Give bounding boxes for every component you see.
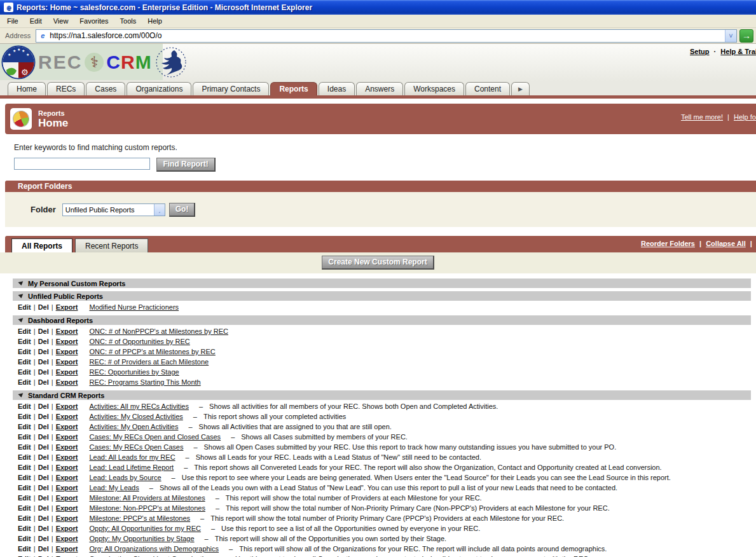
report-name-link[interactable]: Milestone: PPCP's at Milestones <box>89 514 190 522</box>
export-link[interactable]: Export <box>56 464 78 471</box>
export-link[interactable]: Export <box>56 358 78 366</box>
folder-go-button[interactable]: Go! <box>169 203 196 217</box>
tab-reports[interactable]: Reports <box>270 82 317 95</box>
report-name-link[interactable]: Activities: My Closed Activities <box>89 413 182 420</box>
edit-link[interactable]: Edit <box>18 358 31 366</box>
edit-link[interactable]: Edit <box>18 464 31 471</box>
del-link[interactable]: Del <box>38 504 49 512</box>
report-name-link[interactable]: Activities: All my RECs Activities <box>89 402 188 410</box>
menu-help[interactable]: Help <box>142 15 168 27</box>
help-for-page-link[interactable]: Help for this Page <box>734 113 756 121</box>
report-name-link[interactable]: ONC: # of NonPPCP's at Milestones by REC <box>89 327 228 335</box>
edit-link[interactable]: Edit <box>18 402 31 410</box>
edit-link[interactable]: Edit <box>18 494 31 502</box>
del-link[interactable]: Del <box>38 423 49 430</box>
report-name-link[interactable]: Org: All Organizations with Demographics <box>89 545 219 553</box>
del-link[interactable]: Del <box>38 474 49 481</box>
collapse-twisty-icon[interactable] <box>18 281 24 286</box>
collapse-all-link[interactable]: Collapse All <box>706 240 746 247</box>
export-link[interactable]: Export <box>56 525 78 532</box>
menu-edit[interactable]: Edit <box>24 15 48 27</box>
export-link[interactable]: Export <box>56 504 78 512</box>
tab-content[interactable]: Content <box>465 82 510 95</box>
menu-file[interactable]: File <box>1 15 24 27</box>
report-name-link[interactable]: Lead: Leads by Source <box>89 474 161 481</box>
edit-link[interactable]: Edit <box>18 348 31 355</box>
address-input[interactable]: e https://na1.salesforce.com/00O/o ˅ <box>36 29 737 43</box>
tab-recent-reports[interactable]: Recent Reports <box>75 238 148 252</box>
report-name-link[interactable]: Lead: My Leads <box>89 484 139 492</box>
export-link[interactable]: Export <box>56 484 78 492</box>
reorder-folders-link[interactable]: Reorder Folders <box>641 240 695 247</box>
del-link[interactable]: Del <box>38 464 49 471</box>
report-name-link[interactable]: Cases: My RECs Open and Closed Cases <box>89 433 221 441</box>
del-link[interactable]: Del <box>38 378 49 386</box>
report-name-link[interactable]: Activities: My Open Activities <box>89 423 178 430</box>
report-name-link[interactable]: Modified Nurse Practicioners <box>89 303 179 311</box>
edit-link[interactable]: Edit <box>18 443 31 451</box>
export-link[interactable]: Export <box>56 494 78 502</box>
del-link[interactable]: Del <box>38 514 49 522</box>
report-name-link[interactable]: Lead: All Leads for my REC <box>89 453 175 461</box>
report-name-link[interactable]: Oppty: All Opportunities for my REC <box>89 525 200 532</box>
del-link[interactable]: Del <box>38 494 49 502</box>
report-name-link[interactable]: REC: Opportunities by Stage <box>89 368 179 376</box>
report-search-input[interactable] <box>14 158 150 170</box>
tab-answers[interactable]: Answers <box>356 82 403 95</box>
menu-tools[interactable]: Tools <box>114 15 142 27</box>
report-name-link[interactable]: Cases: My RECs Open Cases <box>89 443 183 451</box>
del-link[interactable]: Del <box>38 338 49 345</box>
export-link[interactable]: Export <box>56 413 78 420</box>
del-link[interactable]: Del <box>38 433 49 441</box>
tab-home[interactable]: Home <box>8 82 46 95</box>
del-link[interactable]: Del <box>38 535 49 542</box>
export-link[interactable]: Export <box>56 514 78 522</box>
report-name-link[interactable]: Milestone: Non-PPCP's at Milestones <box>89 504 205 512</box>
del-link[interactable]: Del <box>38 525 49 532</box>
del-link[interactable]: Del <box>38 327 49 335</box>
tab-primary-contacts[interactable]: Primary Contacts <box>193 82 269 95</box>
del-link[interactable]: Del <box>38 413 49 420</box>
edit-link[interactable]: Edit <box>18 545 31 553</box>
del-link[interactable]: Del <box>38 402 49 410</box>
edit-link[interactable]: Edit <box>18 303 31 311</box>
collapse-twisty-icon[interactable] <box>18 318 24 323</box>
create-new-custom-report-button[interactable]: Create New Custom Report <box>322 256 434 270</box>
tab-overflow-arrow-icon[interactable]: ▶ <box>511 82 530 95</box>
del-link[interactable]: Del <box>38 545 49 553</box>
export-link[interactable]: Export <box>56 535 78 542</box>
help-training-link[interactable]: Help & Training <box>720 48 756 55</box>
report-name-link[interactable]: ONC: # of PPCP's at Milestones by REC <box>89 348 215 355</box>
edit-link[interactable]: Edit <box>18 433 31 441</box>
report-name-link[interactable]: Lead: Lead Lifetime Report <box>89 464 174 471</box>
edit-link[interactable]: Edit <box>18 338 31 345</box>
edit-link[interactable]: Edit <box>18 413 31 420</box>
edit-link[interactable]: Edit <box>18 423 31 430</box>
tell-me-more-link[interactable]: Tell me more! <box>681 113 723 121</box>
collapse-twisty-icon[interactable] <box>18 393 24 398</box>
report-name-link[interactable]: REC: # of Providers at Each Milestone <box>89 358 209 366</box>
edit-link[interactable]: Edit <box>18 474 31 481</box>
export-link[interactable]: Export <box>56 443 78 451</box>
edit-link[interactable]: Edit <box>18 504 31 512</box>
export-link[interactable]: Export <box>56 348 78 355</box>
edit-link[interactable]: Edit <box>18 327 31 335</box>
export-link[interactable]: Export <box>56 402 78 410</box>
export-link[interactable]: Export <box>56 368 78 376</box>
export-link[interactable]: Export <box>56 303 78 311</box>
menu-favorites[interactable]: Favorites <box>74 15 114 27</box>
del-link[interactable]: Del <box>38 484 49 492</box>
del-link[interactable]: Del <box>38 368 49 376</box>
find-report-button[interactable]: Find Report! <box>156 158 215 172</box>
tab-workspaces[interactable]: Workspaces <box>404 82 464 95</box>
export-link[interactable]: Export <box>56 474 78 481</box>
report-name-link[interactable]: REC: Programs Starting This Month <box>89 378 200 386</box>
tab-cases[interactable]: Cases <box>86 82 125 95</box>
del-link[interactable]: Del <box>38 453 49 461</box>
edit-link[interactable]: Edit <box>18 525 31 532</box>
del-link[interactable]: Del <box>38 348 49 355</box>
address-dropdown-icon[interactable]: ˅ <box>725 30 736 42</box>
edit-link[interactable]: Edit <box>18 514 31 522</box>
del-link[interactable]: Del <box>38 303 49 311</box>
address-go-button[interactable]: → <box>739 29 753 43</box>
